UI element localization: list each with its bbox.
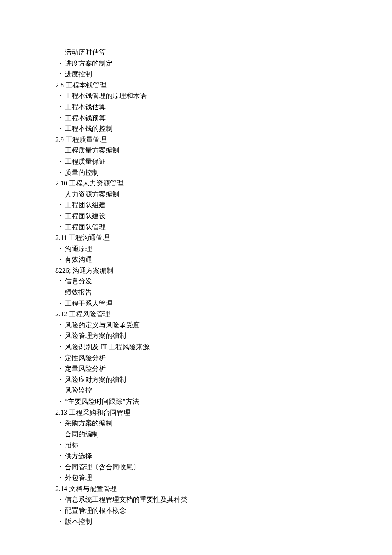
bullet-text: 有效沟通 (65, 256, 92, 263)
bullet-item: ·风险识别及 IT 工程风险来源 (55, 341, 337, 353)
bullet-text: 工程本钱估算 (65, 103, 106, 110)
heading-text: 2.14 文档与配置管理 (55, 485, 117, 492)
bullet-icon: · (55, 167, 65, 178)
bullet-text: 进度控制 (65, 70, 92, 78)
bullet-text: 绩效报告 (65, 289, 92, 296)
bullet-item: ·工程干系人管理 (55, 298, 337, 309)
bullet-item: ·“主要风险时间跟踪”方法 (55, 396, 337, 407)
section-heading: 2.11 工程沟通管理 (55, 232, 337, 243)
bullet-item: ·工程团队组建 (55, 199, 337, 211)
bullet-item: ·定性风险分析 (55, 353, 337, 364)
bullet-text: 工程质量保证 (65, 158, 106, 165)
bullet-text: 采购方案的编制 (65, 419, 112, 427)
bullet-text: 沟通原理 (65, 245, 92, 252)
bullet-icon: · (55, 199, 65, 211)
bullet-item: ·风险监控 (55, 385, 337, 396)
bullet-icon: · (55, 145, 65, 156)
raw-text: 8226; 沟通方案编制 (55, 267, 113, 274)
bullet-item: ·质量的控制 (55, 167, 337, 178)
bullet-text: 定量风险分析 (65, 365, 106, 372)
bullet-icon: · (55, 189, 65, 200)
bullet-item: ·工程本钱估算 (55, 101, 337, 113)
bullet-icon: · (55, 418, 65, 429)
bullet-item: ·进度控制 (55, 69, 337, 80)
bullet-icon: · (55, 47, 65, 58)
bullet-text: 风险应对方案的编制 (65, 376, 126, 383)
bullet-item: ·工程本钱预算 (55, 113, 337, 124)
section-heading: 2.9 工程质量管理 (55, 134, 337, 145)
heading-text: 2.8 工程本钱管理 (55, 81, 107, 89)
bullet-icon: · (55, 429, 65, 440)
bullet-icon: · (55, 451, 65, 462)
bullet-icon: · (55, 276, 65, 287)
bullet-text: 外包管理 (65, 474, 92, 481)
bullet-text: 风险管理方案的编制 (65, 332, 126, 339)
section-heading: 2.13 工程采购和合同管理 (55, 407, 337, 418)
bullet-item: ·信息分发 (55, 276, 337, 287)
bullet-text: “主要风险时间跟踪”方法 (65, 398, 139, 405)
heading-text: 2.13 工程采购和合同管理 (55, 409, 130, 416)
section-heading: 2.14 文档与配置管理 (55, 483, 337, 494)
bullet-item: ·人力资源方案编制 (55, 189, 337, 200)
bullet-icon: · (55, 353, 65, 364)
bullet-text: 合同的编制 (65, 431, 99, 438)
bullet-text: 质量的控制 (65, 169, 99, 176)
bullet-item: ·工程质量保证 (55, 156, 337, 167)
bullet-icon: · (55, 462, 65, 473)
bullet-item: ·配置管理的根本概念 (55, 505, 337, 516)
bullet-text: 工程团队组建 (65, 201, 106, 208)
bullet-text: 信息系统工程管理文档的重要性及其种类 (65, 496, 187, 503)
heading-text: 2.10 工程人力资源管理 (55, 179, 124, 187)
heading-text: 2.11 工程沟通管理 (55, 234, 110, 241)
bullet-item: ·绩效报告 (55, 287, 337, 298)
bullet-item: ·合同的编制 (55, 429, 337, 440)
bullet-item: ·沟通原理 (55, 243, 337, 254)
bullet-text: 风险的定义与风险承受度 (65, 321, 140, 329)
heading-text: 2.12 工程风险管理 (55, 310, 110, 318)
bullet-text: 工程本钱的控制 (65, 125, 112, 132)
bullet-text: 工程团队建设 (65, 212, 106, 220)
bullet-text: 工程团队管理 (65, 223, 106, 231)
bullet-icon: · (55, 516, 65, 527)
bullet-icon: · (55, 69, 65, 80)
bullet-item: ·供方选择 (55, 451, 337, 462)
bullet-item: ·合同管理〔含合同收尾〕 (55, 462, 337, 473)
bullet-icon: · (55, 320, 65, 331)
bullet-text: 人力资源方案编制 (65, 191, 119, 198)
bullet-icon: · (55, 330, 65, 341)
bullet-icon: · (55, 211, 65, 222)
bullet-text: 合同管理〔含合同收尾〕 (65, 463, 140, 471)
bullet-text: 招标 (65, 441, 78, 448)
bullet-item: ·外包管理 (55, 472, 337, 483)
bullet-text: 工程质量方案编制 (65, 147, 119, 154)
bullet-icon: · (55, 363, 65, 374)
bullet-icon: · (55, 101, 65, 113)
bullet-text: 活动历时估算 (65, 49, 106, 56)
section-heading: 2.10 工程人力资源管理 (55, 178, 337, 189)
bullet-item: ·工程本钱管理的原理和术语 (55, 90, 337, 101)
bullet-icon: · (55, 243, 65, 254)
bullet-icon: · (55, 374, 65, 385)
bullet-text: 版本控制 (65, 518, 92, 525)
section-heading: 2.12 工程风险管理 (55, 309, 337, 320)
bullet-icon: · (55, 505, 65, 516)
bullet-text: 工程本钱管理的原理和术语 (65, 92, 147, 99)
bullet-item: ·工程本钱的控制 (55, 123, 337, 134)
bullet-item: ·采购方案的编制 (55, 418, 337, 429)
raw-line: 8226; 沟通方案编制 (55, 265, 337, 276)
bullet-item: ·定量风险分析 (55, 363, 337, 374)
bullet-icon: · (55, 298, 65, 309)
bullet-icon: · (55, 472, 65, 483)
bullet-icon: · (55, 113, 65, 124)
bullet-item: ·风险的定义与风险承受度 (55, 320, 337, 331)
bullet-text: 工程干系人管理 (65, 300, 112, 307)
bullet-text: 供方选择 (65, 452, 92, 460)
bullet-icon: · (55, 439, 65, 451)
bullet-icon: · (55, 90, 65, 101)
bullet-icon: · (55, 287, 65, 298)
bullet-item: ·风险管理方案的编制 (55, 330, 337, 341)
bullet-icon: · (55, 494, 65, 505)
bullet-item: ·工程质量方案编制 (55, 145, 337, 156)
bullet-icon: · (55, 341, 65, 353)
bullet-text: 风险监控 (65, 387, 92, 394)
